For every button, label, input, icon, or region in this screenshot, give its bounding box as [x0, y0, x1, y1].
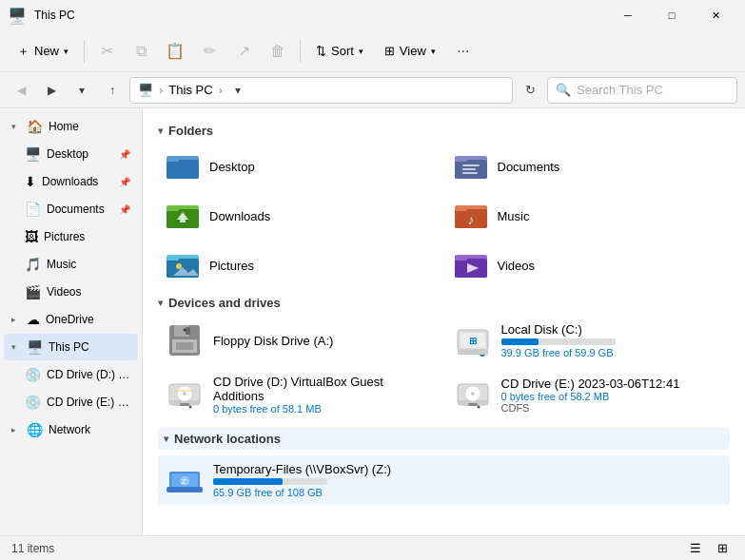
window-controls: ─ □ ✕: [606, 0, 737, 30]
folder-videos-info: Videos: [498, 259, 536, 273]
local-disk-info: Local Disk (C:) 39.9 GB free of 59.9 GB: [501, 322, 616, 358]
folder-desktop[interactable]: Desktop: [158, 144, 442, 189]
floppy-drive-info: Floppy Disk Drive (A:): [213, 334, 333, 348]
sidebar-item-desktop[interactable]: 🖥️ Desktop 📌: [4, 141, 138, 167]
network-section-header[interactable]: ▾ Network locations: [158, 428, 730, 450]
list-view-button[interactable]: ☰: [684, 538, 707, 559]
svg-rect-11: [167, 207, 179, 211]
content-area: ▾ Folders Desktop: [143, 108, 745, 535]
search-field[interactable]: 🔍 Search This PC: [547, 77, 737, 104]
sidebar-item-cddrive-d[interactable]: 💿 CD Drive (D:) Virt: [4, 361, 138, 388]
cut-button[interactable]: ✂: [90, 35, 123, 68]
sidebar-item-onedrive[interactable]: ▸ ☁ OneDrive: [4, 306, 138, 333]
rename-button[interactable]: ✏: [193, 35, 225, 68]
devices-chevron-icon: ▾: [158, 298, 163, 308]
back-button[interactable]: ◀: [8, 77, 34, 104]
svg-text:Z:: Z:: [181, 477, 187, 486]
sidebar-item-home[interactable]: ▾ 🏠 Home: [4, 113, 138, 140]
maximize-button[interactable]: □: [650, 0, 694, 30]
svg-rect-6: [462, 164, 480, 166]
folder-downloads-info: Downloads: [209, 209, 270, 223]
documents-pin-icon: 📌: [119, 204, 130, 215]
music-folder-icon: 🎵: [25, 257, 41, 272]
sort-button[interactable]: ⇅ Sort ▾: [306, 35, 373, 68]
sidebar-item-cddrive-e[interactable]: 💿 CD Drive (E:) 202: [4, 389, 138, 415]
new-chevron-icon: ▾: [64, 47, 69, 56]
network-expand-icon: ▸: [11, 425, 21, 434]
svg-rect-7: [462, 168, 476, 170]
address-field[interactable]: 🖥️ › This PC › ▾: [129, 77, 513, 104]
refresh-button[interactable]: ↻: [517, 77, 543, 104]
folder-pictures[interactable]: Pictures: [158, 242, 442, 288]
statusbar: 11 items ☰ ⊞: [0, 535, 745, 560]
svg-rect-43: [180, 403, 189, 406]
floppy-drive-icon: [166, 321, 204, 359]
cd-drive-d-icon: [166, 376, 204, 414]
network-drive-z[interactable]: Z: Temporary-Files (\\VBoxSvr) (Z:) 65.9…: [158, 455, 730, 505]
svg-text:⊞: ⊞: [469, 336, 477, 346]
more-button[interactable]: ···: [447, 35, 480, 68]
network-z-progress-bg: [213, 478, 327, 485]
copy-button[interactable]: ⧉: [125, 35, 157, 68]
svg-point-41: [183, 392, 186, 396]
thispc-expand-icon: ▾: [11, 342, 21, 352]
new-button[interactable]: ＋ New ▾: [8, 35, 78, 68]
desktop-folder-icon: 🖥️: [25, 146, 41, 162]
cddrive-e-icon: 💿: [25, 395, 41, 410]
network-grid: Z: Temporary-Files (\\VBoxSvr) (Z:) 65.9…: [158, 455, 730, 505]
folder-documents-icon: [454, 149, 488, 183]
folders-section-header[interactable]: ▾ Folders: [158, 124, 730, 138]
sidebar-item-pictures[interactable]: 🖼 Pictures: [4, 223, 138, 250]
downloads-pin-icon: 📌: [119, 177, 130, 187]
cd-drive-e-icon: [454, 376, 492, 414]
toolbar: ＋ New ▾ ✂ ⧉ 📋 ✏ ↗ 🗑 ⇅ Sort ▾ ⊞ View ▾ ··…: [0, 30, 745, 72]
sidebar-item-documents[interactable]: 📄 Documents 📌: [4, 196, 138, 222]
sidebar-item-videos[interactable]: 🎬 Videos: [4, 279, 138, 305]
sidebar-item-downloads[interactable]: ⬇ Downloads 📌: [4, 168, 138, 195]
address-expand-button[interactable]: ▾: [228, 81, 247, 100]
address-separator-2: ›: [219, 83, 223, 97]
drive-floppy[interactable]: Floppy Disk Drive (A:): [158, 316, 442, 365]
up-button[interactable]: ↑: [99, 77, 126, 104]
folder-documents[interactable]: Documents: [446, 144, 731, 189]
drive-c[interactable]: ⊞ Local Disk (C:) 39.9 GB free of 59.9 G…: [446, 316, 731, 365]
svg-rect-5: [455, 158, 467, 162]
recent-button[interactable]: ▾: [69, 77, 95, 104]
folder-music[interactable]: ♪ Music: [446, 193, 731, 239]
onedrive-expand-icon: ▸: [11, 315, 21, 324]
items-count: 11 items: [11, 542, 54, 555]
folder-downloads-icon: [166, 199, 200, 233]
view-button[interactable]: ⊞ View ▾: [375, 35, 445, 68]
network-chevron-icon: ▾: [164, 434, 168, 444]
onedrive-icon: ☁: [27, 312, 40, 327]
delete-button[interactable]: 🗑: [262, 35, 294, 68]
view-icon: ⊞: [384, 44, 395, 58]
svg-rect-36: [458, 349, 488, 355]
sort-chevron-icon: ▾: [359, 47, 363, 56]
drive-e[interactable]: CD Drive (E:) 2023-03-06T12:41 0 bytes f…: [446, 369, 731, 420]
paste-button[interactable]: 📋: [159, 35, 191, 68]
cd-drive-e-info: CD Drive (E:) 2023-03-06T12:41 0 bytes f…: [501, 377, 680, 414]
share-button[interactable]: ↗: [227, 35, 260, 68]
pictures-folder-icon: 🖼: [25, 229, 38, 244]
folder-pictures-info: Pictures: [209, 259, 254, 273]
sidebar-item-music[interactable]: 🎵 Music: [4, 251, 138, 278]
svg-point-42: [189, 406, 192, 409]
folder-videos[interactable]: Videos: [446, 242, 731, 288]
forward-button[interactable]: ▶: [38, 77, 65, 104]
drive-d[interactable]: CD Drive (D:) VirtualBox Guest Additions…: [158, 369, 442, 420]
svg-rect-44: [174, 390, 195, 392]
sidebar-item-thispc[interactable]: ▾ 🖥️ This PC: [4, 334, 138, 360]
devices-section-header[interactable]: ▾ Devices and drives: [158, 296, 730, 310]
folder-desktop-icon: [166, 149, 200, 183]
sidebar-item-network[interactable]: ▸ 🌐 Network: [4, 416, 138, 443]
folder-downloads[interactable]: Downloads: [158, 193, 442, 239]
close-button[interactable]: ✕: [694, 0, 737, 30]
address-separator: ›: [159, 83, 163, 97]
svg-rect-31: [176, 342, 193, 350]
thispc-icon: 🖥️: [27, 339, 43, 355]
minimize-button[interactable]: ─: [606, 0, 650, 30]
grid-view-button[interactable]: ⊞: [711, 538, 734, 559]
folder-desktop-info: Desktop: [209, 160, 255, 174]
view-chevron-icon: ▾: [431, 47, 436, 56]
